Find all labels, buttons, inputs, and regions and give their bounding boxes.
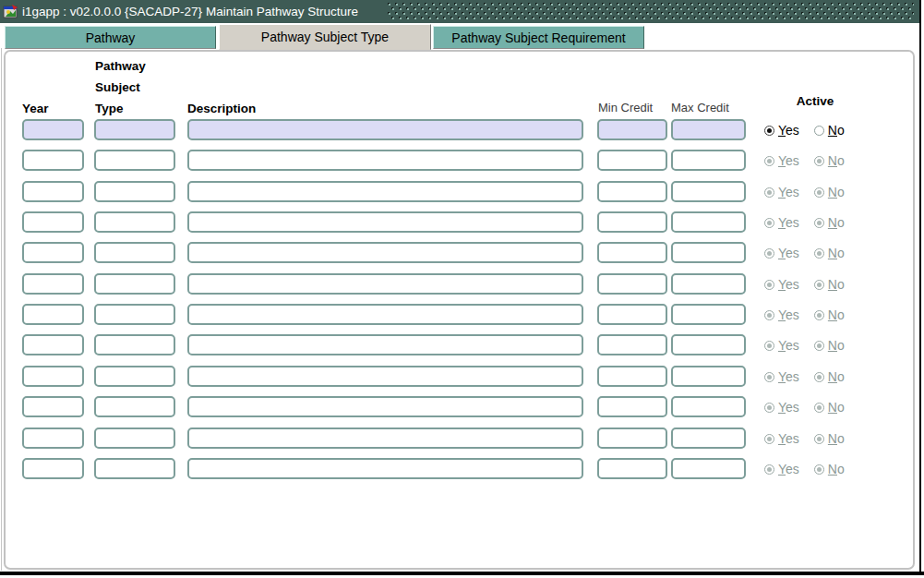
pathway-subject-type-field[interactable] xyxy=(94,366,175,387)
pathway-subject-type-field[interactable] xyxy=(94,181,175,202)
tab-pathway-subject-type[interactable]: Pathway Subject Type xyxy=(219,24,431,50)
active-no-option[interactable]: No xyxy=(814,246,845,260)
pathway-subject-type-field[interactable] xyxy=(94,242,175,263)
active-yes-option[interactable]: Yes xyxy=(764,338,799,353)
active-no-option[interactable]: No xyxy=(814,215,845,230)
active-yes-option[interactable]: Yes xyxy=(764,307,799,322)
year-field[interactable] xyxy=(22,273,84,295)
active-no-radio[interactable] xyxy=(814,248,824,259)
pathway-subject-type-field[interactable] xyxy=(94,211,175,233)
tab-pathway[interactable]: Pathway xyxy=(5,26,216,49)
description-field[interactable] xyxy=(187,458,583,479)
max-credit-field[interactable] xyxy=(671,150,746,171)
active-yes-radio[interactable] xyxy=(764,464,774,475)
active-no-radio[interactable] xyxy=(814,126,824,136)
active-yes-radio[interactable] xyxy=(764,248,774,259)
active-yes-radio[interactable] xyxy=(764,187,774,198)
year-field[interactable] xyxy=(22,458,84,479)
active-no-radio[interactable] xyxy=(814,156,824,166)
active-yes-option[interactable]: Yes xyxy=(764,400,799,415)
active-no-radio[interactable] xyxy=(814,372,824,382)
description-field[interactable] xyxy=(187,150,583,171)
max-credit-field[interactable] xyxy=(671,181,746,202)
max-credit-field[interactable] xyxy=(671,304,746,325)
active-yes-radio[interactable] xyxy=(764,218,774,228)
active-yes-option[interactable]: Yes xyxy=(764,215,799,230)
active-yes-option[interactable]: Yes xyxy=(764,153,799,168)
description-field[interactable] xyxy=(187,334,583,355)
active-no-radio[interactable] xyxy=(814,341,824,351)
min-credit-field[interactable] xyxy=(597,211,667,233)
active-yes-option[interactable]: Yes xyxy=(764,431,799,446)
pathway-subject-type-field[interactable] xyxy=(94,304,175,325)
active-no-option[interactable]: No xyxy=(814,431,845,446)
max-credit-field[interactable] xyxy=(671,366,746,387)
active-no-radio[interactable] xyxy=(814,464,824,475)
min-credit-field[interactable] xyxy=(597,242,667,263)
active-no-option[interactable]: No xyxy=(814,369,845,384)
min-credit-field[interactable] xyxy=(597,366,667,387)
pathway-subject-type-field[interactable] xyxy=(94,150,175,171)
year-field[interactable] xyxy=(22,242,84,263)
min-credit-field[interactable] xyxy=(597,119,667,140)
titlebar[interactable]: i1gapp : v02.0.0.0 {SACADP-27} Maintain … xyxy=(0,0,919,23)
description-field[interactable] xyxy=(187,211,583,233)
description-field[interactable] xyxy=(187,273,583,295)
active-no-option[interactable]: No xyxy=(814,400,845,415)
year-field[interactable] xyxy=(22,211,84,233)
active-yes-radio[interactable] xyxy=(764,341,774,351)
description-field[interactable] xyxy=(187,119,583,140)
active-yes-radio[interactable] xyxy=(764,156,774,166)
pathway-subject-type-field[interactable] xyxy=(94,458,175,479)
min-credit-field[interactable] xyxy=(597,150,667,171)
active-yes-option[interactable]: Yes xyxy=(764,369,799,384)
max-credit-field[interactable] xyxy=(671,427,746,449)
min-credit-field[interactable] xyxy=(597,427,667,449)
max-credit-field[interactable] xyxy=(671,273,746,295)
active-yes-option[interactable]: Yes xyxy=(764,123,799,138)
active-yes-radio[interactable] xyxy=(764,126,774,136)
active-no-option[interactable]: No xyxy=(814,307,845,322)
year-field[interactable] xyxy=(22,119,84,140)
min-credit-field[interactable] xyxy=(597,396,667,417)
active-no-radio[interactable] xyxy=(814,403,824,413)
active-yes-option[interactable]: Yes xyxy=(764,277,799,292)
active-yes-option[interactable]: Yes xyxy=(764,462,799,476)
description-field[interactable] xyxy=(187,304,583,325)
active-no-radio[interactable] xyxy=(814,187,824,198)
max-credit-field[interactable] xyxy=(671,119,746,140)
description-field[interactable] xyxy=(187,396,583,417)
active-no-option[interactable]: No xyxy=(814,123,845,138)
description-field[interactable] xyxy=(187,427,583,449)
max-credit-field[interactable] xyxy=(671,458,746,479)
min-credit-field[interactable] xyxy=(597,181,667,202)
active-yes-radio[interactable] xyxy=(764,310,774,320)
active-no-option[interactable]: No xyxy=(814,185,845,199)
description-field[interactable] xyxy=(187,181,583,202)
year-field[interactable] xyxy=(22,150,84,171)
active-no-option[interactable]: No xyxy=(814,338,845,353)
active-no-option[interactable]: No xyxy=(814,462,845,476)
description-field[interactable] xyxy=(187,366,583,387)
active-yes-radio[interactable] xyxy=(764,434,774,444)
active-no-option[interactable]: No xyxy=(814,153,845,168)
min-credit-field[interactable] xyxy=(597,273,667,295)
pathway-subject-type-field[interactable] xyxy=(94,427,175,449)
active-yes-radio[interactable] xyxy=(764,403,774,413)
pathway-subject-type-field[interactable] xyxy=(94,119,175,140)
year-field[interactable] xyxy=(22,181,84,202)
max-credit-field[interactable] xyxy=(671,396,746,417)
year-field[interactable] xyxy=(22,334,84,355)
min-credit-field[interactable] xyxy=(597,304,667,325)
active-yes-radio[interactable] xyxy=(764,372,774,382)
max-credit-field[interactable] xyxy=(671,211,746,233)
year-field[interactable] xyxy=(22,304,84,325)
min-credit-field[interactable] xyxy=(597,458,667,479)
year-field[interactable] xyxy=(22,366,84,387)
active-yes-option[interactable]: Yes xyxy=(764,185,799,199)
active-no-radio[interactable] xyxy=(814,280,824,290)
description-field[interactable] xyxy=(187,242,583,263)
year-field[interactable] xyxy=(22,396,84,417)
max-credit-field[interactable] xyxy=(671,242,746,263)
year-field[interactable] xyxy=(22,427,84,449)
